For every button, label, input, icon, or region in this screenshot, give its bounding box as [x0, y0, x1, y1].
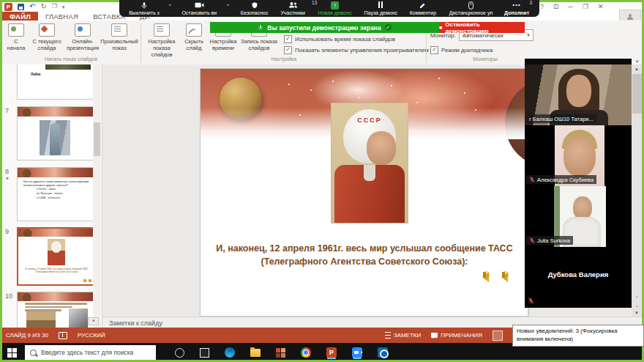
- current-slide[interactable]: СССР И, наконец, 12 апреля 1961г. весь м…: [200, 68, 528, 317]
- participant-video-4-novideo[interactable]: Дубкова Валерия: [525, 247, 632, 308]
- security-button[interactable]: Безопаснос: [236, 0, 274, 17]
- hide-slide-icon: [186, 23, 202, 37]
- tab-home[interactable]: ГЛАВНАЯ: [38, 12, 86, 21]
- stop-share-button[interactable]: ■ Остановить демонстрацию: [439, 22, 525, 33]
- scroll-up-icon[interactable]: ▲: [632, 64, 642, 73]
- more-button[interactable]: ••• 3 Дополнит: [500, 0, 533, 17]
- slide-9-thumbnail-selected[interactable]: И, наконец, 12 апреля 1961г. весь мир ус…: [17, 227, 97, 286]
- from-current-slide-button[interactable]: С текущего слайда: [29, 23, 64, 51]
- slide-10-text-line: [25, 303, 87, 305]
- mute-button[interactable]: Выключить з: [125, 0, 163, 17]
- save-icon[interactable]: [18, 4, 24, 10]
- outlook-taskbar-icon[interactable]: [378, 347, 388, 358]
- zoom-taskbar-icon[interactable]: [352, 347, 362, 358]
- chrome-icon[interactable]: [301, 347, 311, 358]
- slide-10-thumbnail[interactable]: [17, 292, 95, 328]
- audio-speaker-icon[interactable]: [496, 270, 509, 280]
- present-online-icon: [75, 23, 91, 37]
- new-share-button[interactable]: ↑ Новая демонс: [312, 0, 358, 17]
- setup-slideshow-button[interactable]: Настройка показа слайдов: [143, 23, 180, 58]
- ribbon-display-options-icon[interactable]: ⊡: [553, 3, 559, 10]
- participants-button[interactable]: 13 Участники: [274, 0, 312, 17]
- dropdown-icon: ▾: [527, 32, 530, 38]
- from-beginning-icon: [8, 23, 24, 37]
- pause-share-button[interactable]: Пауза демонс: [358, 0, 403, 17]
- document-scrollbar[interactable]: ▲ ⌃ ⌄ ▼: [632, 64, 642, 317]
- next-slide-icon[interactable]: ⌄: [632, 302, 642, 309]
- stop-icon: ■: [439, 25, 442, 30]
- undo-icon[interactable]: ↶: [29, 3, 35, 10]
- participant-video-3[interactable]: Julia Surkova: [525, 186, 632, 247]
- scrollbar-thumb[interactable]: [632, 74, 643, 114]
- presenter-view-checkbox[interactable]: ✓ Режим докладчика: [430, 46, 493, 54]
- share-screen-icon: ↑: [331, 1, 339, 10]
- close-icon[interactable]: ✕: [598, 3, 604, 10]
- previous-slide-icon[interactable]: ⌃: [632, 295, 642, 302]
- helmet-text: СССР: [343, 117, 396, 124]
- slide-7-thumbnail[interactable]: [17, 106, 95, 160]
- notes-toggle-button[interactable]: ЗАМЕТКИ: [385, 332, 421, 339]
- slide-10-text-line: [25, 306, 72, 309]
- slide-text-line-2: (Телеграфного Агентства Советского Союза…: [206, 256, 523, 267]
- task-view-icon[interactable]: [200, 348, 209, 358]
- muted-mic-icon: [529, 237, 535, 243]
- group-separator: [141, 23, 141, 63]
- muted-mic-icon: [528, 298, 534, 304]
- thumbnails-scrollbar[interactable]: [93, 64, 101, 328]
- window-controls: ? ⊡ ─ ❐ ✕: [540, 3, 604, 10]
- remote-control-button[interactable]: Дистанционное уп: [442, 0, 499, 17]
- slide-8-title: Как вы думаете, какие животные были перв…: [18, 177, 94, 188]
- stop-video-button[interactable]: Остановить ви: [177, 0, 221, 17]
- edge-browser-icon[interactable]: [225, 347, 235, 358]
- setup-group-label: Настройка: [143, 56, 424, 62]
- pane-close-icon[interactable]: ✕: [632, 59, 642, 64]
- from-beginning-button[interactable]: С начала: [4, 23, 28, 51]
- slide-6-thumbnail[interactable]: Лайка: [17, 64, 95, 100]
- slide-8-thumbnail[interactable]: Как вы думаете, какие животные были перв…: [17, 167, 95, 221]
- mute-options-chevron-icon[interactable]: ⌄: [168, 1, 173, 7]
- participant-video-1[interactable]: г Балхаш ОШ10 Татари...: [525, 64, 632, 125]
- use-timings-checkbox[interactable]: ✓ Использовать время показа слайдов: [284, 35, 395, 43]
- language-indicator[interactable]: РУССКИЙ: [78, 332, 105, 339]
- redo-icon[interactable]: ↻: [40, 3, 46, 10]
- zoom-video-panel: г Балхаш ОШ10 Татари... Александра Скуби…: [525, 59, 632, 308]
- help-icon[interactable]: ?: [540, 3, 544, 10]
- audio-speaker-icon[interactable]: [477, 270, 490, 280]
- setup-slideshow-icon: [154, 23, 170, 37]
- photos-app-icon[interactable]: [276, 348, 285, 358]
- start-slideshow-icon[interactable]: ❐: [52, 4, 57, 10]
- slide-9-mini-text: (Телеграфного Агентства Советского Союза…: [18, 271, 95, 274]
- start-button[interactable]: [7, 348, 17, 358]
- participant-name-label: Дубкова Валерия: [525, 270, 632, 278]
- cortana-icon[interactable]: [175, 348, 184, 358]
- slide-6-caption: Лайка: [31, 73, 40, 76]
- participant-face: [564, 137, 596, 177]
- taskbar-search-input[interactable]: Введите здесь текст для поиска: [25, 345, 156, 360]
- scroll-down-icon[interactable]: ▼: [632, 309, 642, 317]
- gagarin-mini-photo: [48, 239, 65, 265]
- start-group-label: Начать показ слайдов: [3, 56, 139, 62]
- hide-slide-button[interactable]: Скрыть слайд: [181, 23, 206, 51]
- more-icon: •••: [512, 1, 520, 8]
- video-options-chevron-icon[interactable]: ⌄: [225, 1, 231, 7]
- scrollbar-thumb[interactable]: [94, 122, 100, 156]
- normal-view-button[interactable]: [493, 330, 503, 341]
- tab-file[interactable]: ФАЙЛ: [2, 12, 38, 21]
- minimize-icon[interactable]: ─: [569, 3, 573, 10]
- annotate-button[interactable]: Комментир: [404, 0, 442, 17]
- present-online-button[interactable]: Онлайн-презентация: [66, 23, 100, 51]
- qat-dropdown-icon[interactable]: ▾: [62, 4, 65, 10]
- spellcheck-icon[interactable]: [59, 332, 67, 339]
- custom-slideshow-button[interactable]: Произвольный показ: [101, 23, 138, 51]
- restore-icon[interactable]: ❐: [583, 3, 588, 10]
- slide-10-band: [18, 292, 94, 301]
- collapse-panel-button[interactable]: ◂: [88, 317, 99, 325]
- animation-star-icon: ✶: [5, 176, 10, 182]
- powerpoint-taskbar-icon[interactable]: P: [326, 347, 337, 358]
- comments-icon: [431, 333, 438, 338]
- show-media-controls-checkbox[interactable]: ✓ Показать элементы управления проигрыва…: [284, 46, 429, 54]
- participant-video-2[interactable]: Александра Скубиева: [525, 125, 632, 186]
- file-explorer-icon[interactable]: [250, 349, 261, 357]
- comments-toggle-button[interactable]: ПРИМЕЧАНИЯ: [431, 332, 482, 339]
- from-current-slide-icon: [39, 23, 55, 37]
